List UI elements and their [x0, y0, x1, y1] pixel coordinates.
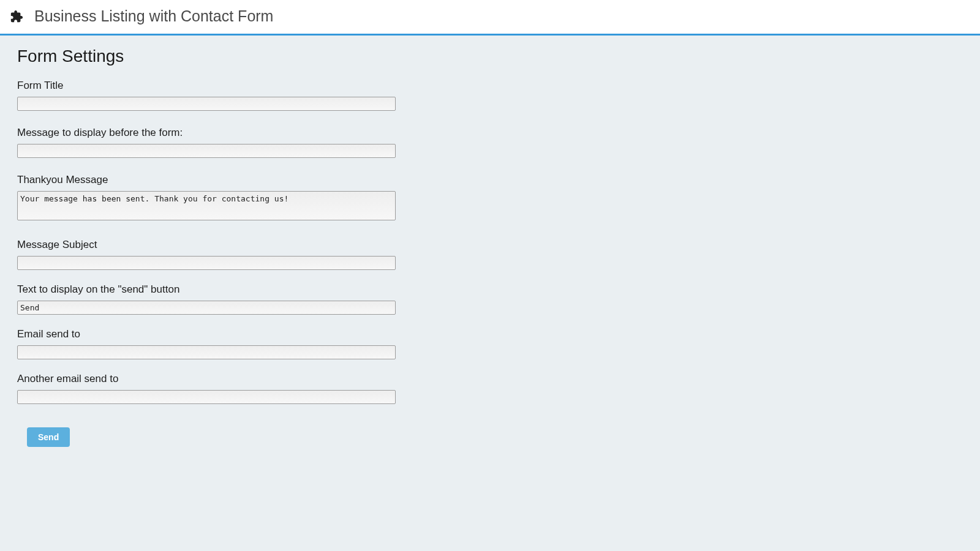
form-group-email-to: Email send to: [17, 328, 963, 359]
send-text-label: Text to display on the "send" button: [17, 283, 963, 296]
form-title-input[interactable]: [17, 97, 396, 111]
before-message-input[interactable]: [17, 144, 396, 158]
another-email-label: Another email send to: [17, 373, 963, 385]
thankyou-label: Thankyou Message: [17, 174, 963, 186]
form-title-label: Form Title: [17, 80, 963, 92]
form-group-thankyou: Thankyou Message: [17, 174, 963, 223]
puzzle-icon: [10, 10, 23, 23]
page-title: Business Listing with Contact Form: [34, 7, 273, 25]
send-button[interactable]: Send: [27, 427, 70, 447]
section-title: Form Settings: [17, 47, 963, 66]
page-body: Form Settings Form Title Message to disp…: [0, 36, 980, 458]
send-text-input[interactable]: [17, 301, 396, 315]
another-email-input[interactable]: [17, 390, 396, 404]
form-group-another-email: Another email send to: [17, 373, 963, 404]
form-group-title: Form Title: [17, 80, 963, 111]
page-header: Business Listing with Contact Form: [0, 0, 980, 36]
form-group-send-text: Text to display on the "send" button: [17, 283, 963, 315]
subject-input[interactable]: [17, 256, 396, 270]
thankyou-textarea[interactable]: [17, 191, 396, 220]
subject-label: Message Subject: [17, 239, 963, 251]
before-message-label: Message to display before the form:: [17, 127, 963, 139]
form-group-subject: Message Subject: [17, 239, 963, 270]
form-group-before-message: Message to display before the form:: [17, 127, 963, 158]
email-to-input[interactable]: [17, 345, 396, 359]
email-to-label: Email send to: [17, 328, 963, 340]
